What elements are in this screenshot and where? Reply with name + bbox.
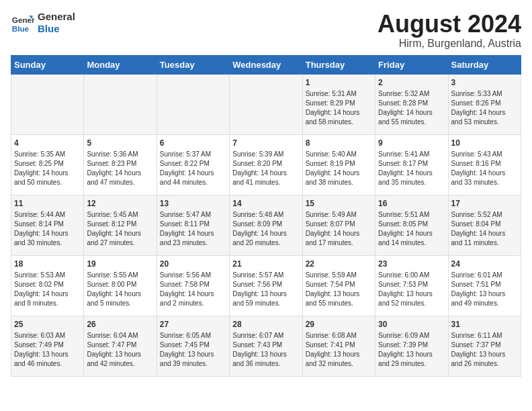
day-info: Sunrise: 5:36 AM Sunset: 8:23 PM Dayligh…: [87, 150, 153, 187]
calendar-cell: 29Sunrise: 6:08 AM Sunset: 7:41 PM Dayli…: [302, 316, 375, 376]
day-number: 31: [451, 319, 518, 330]
calendar-cell: 5Sunrise: 5:36 AM Sunset: 8:23 PM Daylig…: [84, 134, 157, 195]
calendar-cell: 3Sunrise: 5:33 AM Sunset: 8:26 PM Daylig…: [448, 74, 521, 134]
weekday-header-monday: Monday: [84, 55, 157, 74]
calendar-cell: 15Sunrise: 5:49 AM Sunset: 8:07 PM Dayli…: [302, 195, 375, 255]
calendar-cell: 30Sunrise: 6:09 AM Sunset: 7:39 PM Dayli…: [375, 316, 448, 376]
day-info: Sunrise: 5:48 AM Sunset: 8:09 PM Dayligh…: [232, 210, 299, 248]
page-title: August 2024: [378, 11, 521, 38]
day-info: Sunrise: 6:00 AM Sunset: 7:53 PM Dayligh…: [378, 271, 445, 308]
day-number: 26: [87, 319, 153, 330]
calendar-cell: 18Sunrise: 5:53 AM Sunset: 8:02 PM Dayli…: [11, 255, 84, 316]
day-number: 16: [378, 198, 445, 210]
day-number: 27: [160, 319, 226, 330]
day-number: 3: [451, 77, 518, 89]
calendar-cell: 6Sunrise: 5:37 AM Sunset: 8:22 PM Daylig…: [157, 134, 229, 195]
calendar-week-4: 18Sunrise: 5:53 AM Sunset: 8:02 PM Dayli…: [11, 255, 521, 316]
calendar-cell: 8Sunrise: 5:40 AM Sunset: 8:19 PM Daylig…: [302, 134, 375, 195]
day-number: 7: [232, 138, 299, 149]
day-info: Sunrise: 5:31 AM Sunset: 8:29 PM Dayligh…: [306, 89, 372, 127]
calendar-week-1: 1Sunrise: 5:31 AM Sunset: 8:29 PM Daylig…: [11, 74, 521, 134]
weekday-header-wednesday: Wednesday: [230, 55, 302, 74]
day-number: 6: [160, 138, 226, 149]
calendar-cell: 14Sunrise: 5:48 AM Sunset: 8:09 PM Dayli…: [230, 195, 302, 255]
calendar-cell: [11, 74, 84, 134]
day-number: 30: [378, 319, 445, 330]
day-info: Sunrise: 5:33 AM Sunset: 8:26 PM Dayligh…: [451, 89, 518, 127]
calendar-week-3: 11Sunrise: 5:44 AM Sunset: 8:14 PM Dayli…: [11, 195, 521, 255]
calendar-cell: 23Sunrise: 6:00 AM Sunset: 7:53 PM Dayli…: [375, 255, 448, 316]
calendar-cell: 21Sunrise: 5:57 AM Sunset: 7:56 PM Dayli…: [230, 255, 302, 316]
calendar-cell: 1Sunrise: 5:31 AM Sunset: 8:29 PM Daylig…: [302, 74, 375, 134]
day-info: Sunrise: 5:35 AM Sunset: 8:25 PM Dayligh…: [14, 150, 81, 187]
logo: General Blue General Blue: [11, 11, 75, 35]
calendar-cell: 10Sunrise: 5:43 AM Sunset: 8:16 PM Dayli…: [448, 134, 521, 195]
calendar-cell: 27Sunrise: 6:05 AM Sunset: 7:45 PM Dayli…: [157, 316, 229, 376]
day-number: 20: [160, 259, 226, 270]
calendar-week-5: 25Sunrise: 6:03 AM Sunset: 7:49 PM Dayli…: [11, 316, 521, 376]
calendar-table: SundayMondayTuesdayWednesdayThursdayFrid…: [11, 55, 521, 377]
calendar-cell: 17Sunrise: 5:52 AM Sunset: 8:04 PM Dayli…: [448, 195, 521, 255]
day-number: 14: [232, 198, 299, 210]
calendar-cell: 19Sunrise: 5:55 AM Sunset: 8:00 PM Dayli…: [84, 255, 157, 316]
calendar-cell: 7Sunrise: 5:39 AM Sunset: 8:20 PM Daylig…: [230, 134, 302, 195]
day-info: Sunrise: 5:55 AM Sunset: 8:00 PM Dayligh…: [87, 271, 153, 308]
calendar-cell: 11Sunrise: 5:44 AM Sunset: 8:14 PM Dayli…: [11, 195, 84, 255]
weekday-header-thursday: Thursday: [302, 55, 375, 74]
day-number: 4: [14, 138, 81, 149]
calendar-cell: 16Sunrise: 5:51 AM Sunset: 8:05 PM Dayli…: [375, 195, 448, 255]
calendar-cell: [157, 74, 229, 134]
calendar-cell: 2Sunrise: 5:32 AM Sunset: 8:28 PM Daylig…: [375, 74, 448, 134]
day-number: 24: [451, 259, 518, 270]
day-number: 28: [232, 319, 299, 330]
day-info: Sunrise: 6:01 AM Sunset: 7:51 PM Dayligh…: [451, 271, 518, 308]
logo-icon: General Blue: [11, 11, 35, 35]
day-info: Sunrise: 6:04 AM Sunset: 7:47 PM Dayligh…: [87, 331, 153, 369]
calendar-cell: [230, 74, 302, 134]
calendar-header-row: SundayMondayTuesdayWednesdayThursdayFrid…: [11, 55, 521, 74]
day-info: Sunrise: 5:37 AM Sunset: 8:22 PM Dayligh…: [160, 150, 226, 187]
weekday-header-saturday: Saturday: [448, 55, 521, 74]
day-number: 25: [14, 319, 81, 330]
day-number: 22: [306, 259, 372, 270]
calendar-week-2: 4Sunrise: 5:35 AM Sunset: 8:25 PM Daylig…: [11, 134, 521, 195]
calendar-cell: 9Sunrise: 5:41 AM Sunset: 8:17 PM Daylig…: [375, 134, 448, 195]
calendar-cell: 20Sunrise: 5:56 AM Sunset: 7:58 PM Dayli…: [157, 255, 229, 316]
day-info: Sunrise: 6:09 AM Sunset: 7:39 PM Dayligh…: [378, 331, 445, 369]
day-info: Sunrise: 6:07 AM Sunset: 7:43 PM Dayligh…: [232, 331, 299, 369]
day-info: Sunrise: 5:40 AM Sunset: 8:19 PM Dayligh…: [306, 150, 372, 187]
day-info: Sunrise: 5:32 AM Sunset: 8:28 PM Dayligh…: [378, 89, 445, 127]
weekday-header-sunday: Sunday: [11, 55, 84, 74]
day-info: Sunrise: 6:11 AM Sunset: 7:37 PM Dayligh…: [451, 331, 518, 369]
day-info: Sunrise: 5:39 AM Sunset: 8:20 PM Dayligh…: [232, 150, 299, 187]
day-number: 15: [306, 198, 372, 210]
calendar-cell: 26Sunrise: 6:04 AM Sunset: 7:47 PM Dayli…: [84, 316, 157, 376]
day-info: Sunrise: 5:41 AM Sunset: 8:17 PM Dayligh…: [378, 150, 445, 187]
day-number: 10: [451, 138, 518, 149]
day-number: 19: [87, 259, 153, 270]
day-info: Sunrise: 5:43 AM Sunset: 8:16 PM Dayligh…: [451, 150, 518, 187]
day-info: Sunrise: 5:57 AM Sunset: 7:56 PM Dayligh…: [232, 271, 299, 308]
weekday-header-friday: Friday: [375, 55, 448, 74]
day-number: 17: [451, 198, 518, 210]
logo-text: General Blue: [38, 11, 75, 35]
calendar-cell: [84, 74, 157, 134]
calendar-cell: 22Sunrise: 5:59 AM Sunset: 7:54 PM Dayli…: [302, 255, 375, 316]
day-info: Sunrise: 5:59 AM Sunset: 7:54 PM Dayligh…: [306, 271, 372, 308]
day-number: 13: [160, 198, 226, 210]
day-info: Sunrise: 5:47 AM Sunset: 8:11 PM Dayligh…: [160, 210, 226, 248]
day-info: Sunrise: 5:44 AM Sunset: 8:14 PM Dayligh…: [14, 210, 81, 248]
calendar-cell: 31Sunrise: 6:11 AM Sunset: 7:37 PM Dayli…: [448, 316, 521, 376]
day-info: Sunrise: 6:03 AM Sunset: 7:49 PM Dayligh…: [14, 331, 81, 369]
day-number: 1: [306, 77, 372, 89]
calendar-cell: 25Sunrise: 6:03 AM Sunset: 7:49 PM Dayli…: [11, 316, 84, 376]
svg-text:Blue: Blue: [12, 24, 30, 33]
day-number: 23: [378, 259, 445, 270]
weekday-header-tuesday: Tuesday: [157, 55, 229, 74]
day-number: 5: [87, 138, 153, 149]
day-info: Sunrise: 5:52 AM Sunset: 8:04 PM Dayligh…: [451, 210, 518, 248]
day-info: Sunrise: 5:49 AM Sunset: 8:07 PM Dayligh…: [306, 210, 372, 248]
day-info: Sunrise: 5:45 AM Sunset: 8:12 PM Dayligh…: [87, 210, 153, 248]
day-info: Sunrise: 6:08 AM Sunset: 7:41 PM Dayligh…: [306, 331, 372, 369]
calendar-cell: 28Sunrise: 6:07 AM Sunset: 7:43 PM Dayli…: [230, 316, 302, 376]
